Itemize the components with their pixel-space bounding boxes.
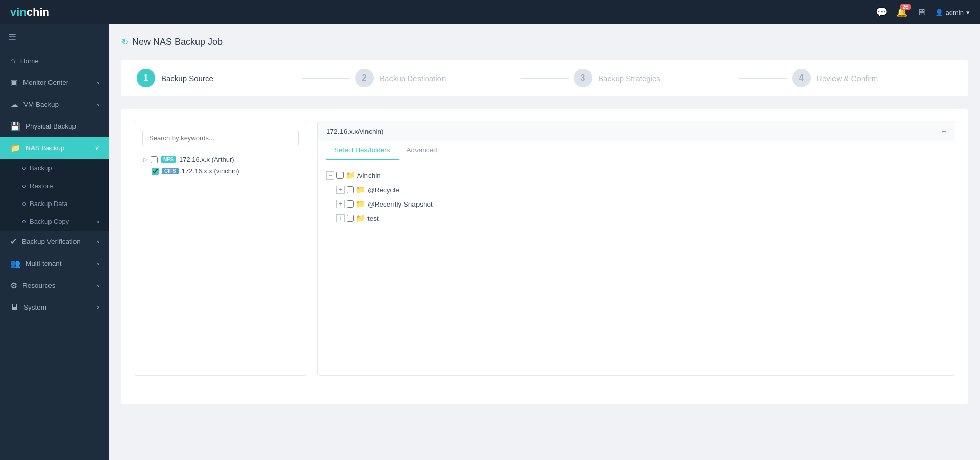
step-num-3: 3 [581, 73, 585, 83]
sidebar-item-nas-backup[interactable]: 📁 NAS Backup ∨ [0, 137, 109, 159]
selected-nas-path: 172.16.x.x/vinchin) [326, 127, 384, 135]
step-label-3: Backup Strategies [598, 74, 660, 83]
step-4: 4 Review & Confirm [792, 69, 952, 87]
admin-menu[interactable]: 👤 admin ▾ [935, 9, 970, 16]
dot-icon [22, 202, 26, 206]
sidebar-label-backup-verification: Backup Verification [22, 238, 81, 245]
vm-backup-icon: ☁ [10, 99, 18, 109]
sidebar-item-home[interactable]: ⌂ Home [0, 50, 109, 71]
sidebar-label-physical-backup: Physical Backup [26, 122, 76, 130]
tree-node-recently-snapshot: + 📁 @Recently-Snapshot [326, 197, 947, 211]
file-browser-panel: 172.16.x.x/vinchin) − Select files/folde… [317, 121, 955, 376]
step-divider-3 [739, 78, 787, 79]
folder-icon-test: 📁 [356, 214, 365, 223]
admin-chevron-icon: ▾ [966, 9, 970, 16]
hamburger-button[interactable]: ☰ [0, 24, 109, 50]
sidebar-label-vm-backup: VM Backup [23, 100, 59, 108]
sidebar-label-multi-tenant: Multi-tenant [26, 260, 62, 267]
notification-badge: 26 [900, 4, 911, 10]
physical-backup-icon: 💾 [10, 121, 20, 131]
folder-icon-snapshot: 📁 [356, 199, 365, 209]
main-content: ↻ New NAS Backup Job 1 Backup Source 2 B… [109, 24, 980, 460]
step-num-2: 2 [362, 73, 367, 83]
sidebar-item-multi-tenant[interactable]: 👥 Multi-tenant › [0, 252, 109, 274]
chevron-icon: › [97, 283, 99, 289]
page-title: New NAS Backup Job [132, 37, 223, 47]
sidebar-item-resources[interactable]: ⚙ Resources › [0, 274, 109, 296]
monitor-center-icon: ▣ [10, 78, 18, 87]
expand-nfs-icon[interactable]: ▷ [143, 156, 148, 163]
tree-checkbox-root[interactable] [336, 172, 344, 179]
expand-recycle-icon[interactable]: + [336, 186, 345, 194]
expand-root-icon[interactable]: − [326, 171, 334, 180]
chevron-icon: › [97, 261, 99, 267]
dot-icon [22, 185, 26, 188]
tab-select-files[interactable]: Select files/folders [326, 141, 399, 160]
tree-node-root: − 📁 /vinchin [326, 168, 947, 183]
sidebar-item-backup-verification[interactable]: ✔ Backup Verification › [0, 231, 109, 252]
page-header: ↻ New NAS Backup Job [121, 37, 968, 47]
dot-icon [22, 167, 26, 170]
sidebar-sub-backup-data[interactable]: Backup Data [0, 195, 109, 213]
sidebar-sub-backup[interactable]: Backup [0, 159, 109, 177]
logo-chin: chin [27, 6, 50, 18]
step-1: 1 Backup Source [137, 69, 297, 87]
nas-item-cifs: CIFS 172.16.x.x (vinchin) [142, 165, 299, 177]
nas-checkbox-nfs[interactable] [151, 156, 158, 163]
content-area: ▷ NFS 172.16.x.x (Arthur) CIFS 172.16.x.… [121, 109, 968, 404]
tree-label-root: /vinchin [357, 172, 381, 180]
refresh-icon[interactable]: ↻ [121, 37, 128, 47]
collapse-button[interactable]: − [941, 126, 947, 136]
dot-icon [22, 220, 26, 223]
backup-verification-icon: ✔ [10, 237, 17, 246]
tree-checkbox-recycle[interactable] [347, 186, 354, 193]
nas-backup-submenu: Backup Restore Backup Data Backup Copy › [0, 159, 109, 231]
tree-checkbox-test[interactable] [347, 215, 354, 222]
file-tree: − 📁 /vinchin + 📁 @Recycle [318, 160, 955, 234]
sidebar-label-resources: Resources [22, 282, 56, 289]
tab-advanced[interactable]: Advanced [399, 141, 446, 160]
admin-label: admin [946, 9, 964, 16]
multi-tenant-icon: 👥 [10, 259, 20, 268]
sidebar-sub-label-backup: Backup [30, 164, 52, 172]
tree-node-recycle: + 📁 @Recycle [326, 183, 947, 197]
sidebar-item-system[interactable]: 🖥 System › [0, 296, 109, 318]
tree-checkbox-snapshot[interactable] [347, 200, 354, 208]
step-circle-1: 1 [137, 69, 155, 87]
system-icon: 🖥 [10, 302, 18, 312]
monitor-icon[interactable]: 🖥 [917, 7, 926, 18]
search-input[interactable] [142, 130, 299, 146]
step-circle-2: 2 [355, 69, 374, 87]
sidebar-item-vm-backup[interactable]: ☁ VM Backup › [0, 93, 109, 115]
notifications-icon[interactable]: 🔔 26 [896, 7, 908, 18]
nas-checkbox-cifs[interactable] [152, 168, 159, 175]
step-divider-2 [521, 78, 569, 79]
step-2: 2 Backup Destination [355, 69, 516, 87]
sidebar-label-system: System [23, 303, 46, 311]
chevron-icon: › [97, 239, 99, 245]
step-divider-1 [302, 78, 350, 79]
sidebar-item-physical-backup[interactable]: 💾 Physical Backup [0, 115, 109, 137]
logo: vinchin [10, 6, 50, 19]
nas-list-panel: ▷ NFS 172.16.x.x (Arthur) CIFS 172.16.x.… [134, 121, 307, 376]
file-browser-tabs: Select files/folders Advanced [318, 141, 955, 160]
topnav: vinchin 💬 🔔 26 🖥 👤 admin ▾ [0, 0, 980, 24]
sidebar-sub-backup-copy[interactable]: Backup Copy › [0, 213, 109, 231]
tree-label-recycle: @Recycle [368, 186, 399, 194]
topnav-right: 💬 🔔 26 🖥 👤 admin ▾ [876, 7, 970, 18]
sidebar-sub-label-backup-copy: Backup Copy [30, 218, 69, 225]
sidebar-sub-restore[interactable]: Restore [0, 177, 109, 195]
two-column-layout: ▷ NFS 172.16.x.x (Arthur) CIFS 172.16.x.… [134, 121, 955, 376]
sidebar-item-monitor[interactable]: ▣ Monitor Center › [0, 71, 109, 93]
step-circle-4: 4 [792, 69, 811, 87]
logo-vin: vin [10, 6, 27, 18]
folder-icon-root: 📁 [346, 171, 355, 180]
step-num-1: 1 [144, 73, 149, 83]
step-label-2: Backup Destination [380, 74, 446, 83]
home-icon: ⌂ [10, 56, 15, 65]
nas-name-cifs: 172.16.x.x (vinchin) [182, 167, 239, 175]
expand-test-icon[interactable]: + [336, 214, 345, 222]
cifs-badge: CIFS [162, 168, 179, 174]
messages-icon[interactable]: 💬 [876, 7, 887, 18]
expand-snapshot-icon[interactable]: + [336, 200, 345, 208]
